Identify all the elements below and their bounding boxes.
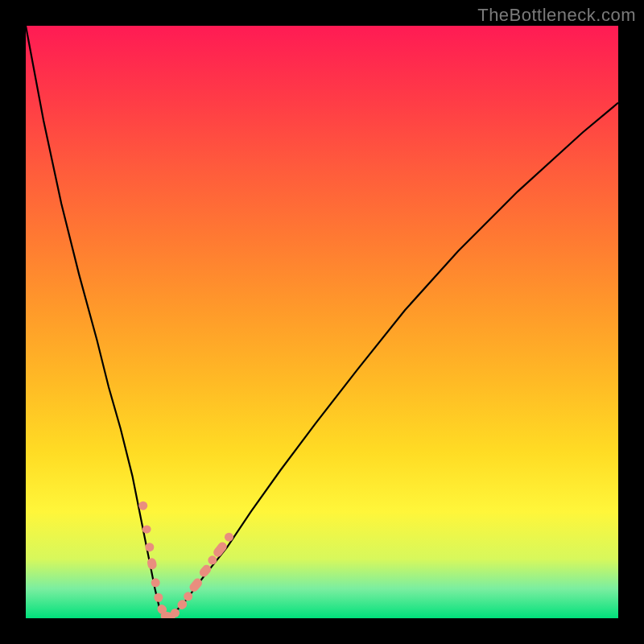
data-marker-dot bbox=[151, 578, 160, 587]
chart-frame: TheBottleneck.com bbox=[0, 0, 644, 644]
plot-area bbox=[26, 26, 618, 618]
watermark-text: TheBottleneck.com bbox=[477, 5, 636, 26]
data-marker-dot bbox=[154, 593, 163, 602]
data-marker-dot bbox=[145, 543, 154, 551]
data-marker-pill bbox=[198, 563, 213, 578]
data-marker-dot bbox=[171, 609, 180, 617]
chart-svg bbox=[26, 26, 618, 618]
data-marker-dot bbox=[208, 555, 217, 564]
data-marker-dot bbox=[184, 592, 192, 601]
data-marker-dot bbox=[138, 502, 147, 510]
data-marker-dot bbox=[225, 533, 233, 542]
data-marker-pill bbox=[147, 557, 158, 570]
bottleneck-curve bbox=[26, 26, 618, 618]
